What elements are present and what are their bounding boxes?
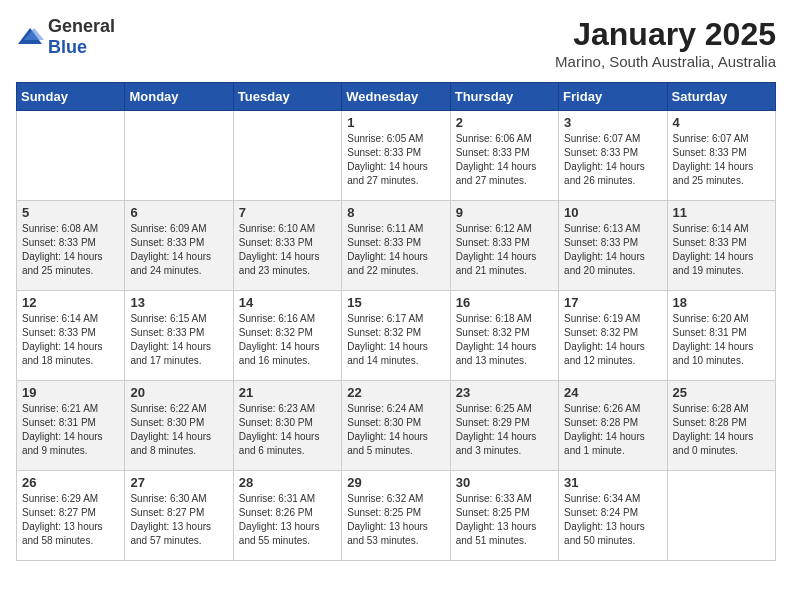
day-number: 9 [456, 205, 553, 220]
day-number: 7 [239, 205, 336, 220]
day-number: 27 [130, 475, 227, 490]
calendar-cell: 24Sunrise: 6:26 AMSunset: 8:28 PMDayligh… [559, 381, 667, 471]
day-info: Sunrise: 6:21 AMSunset: 8:31 PMDaylight:… [22, 402, 119, 458]
day-number: 28 [239, 475, 336, 490]
calendar-week-row: 1Sunrise: 6:05 AMSunset: 8:33 PMDaylight… [17, 111, 776, 201]
calendar-cell: 8Sunrise: 6:11 AMSunset: 8:33 PMDaylight… [342, 201, 450, 291]
day-number: 2 [456, 115, 553, 130]
day-info: Sunrise: 6:13 AMSunset: 8:33 PMDaylight:… [564, 222, 661, 278]
location-title: Marino, South Australia, Australia [555, 53, 776, 70]
day-info: Sunrise: 6:31 AMSunset: 8:26 PMDaylight:… [239, 492, 336, 548]
day-info: Sunrise: 6:11 AMSunset: 8:33 PMDaylight:… [347, 222, 444, 278]
day-info: Sunrise: 6:26 AMSunset: 8:28 PMDaylight:… [564, 402, 661, 458]
day-info: Sunrise: 6:17 AMSunset: 8:32 PMDaylight:… [347, 312, 444, 368]
calendar-cell: 22Sunrise: 6:24 AMSunset: 8:30 PMDayligh… [342, 381, 450, 471]
day-info: Sunrise: 6:34 AMSunset: 8:24 PMDaylight:… [564, 492, 661, 548]
day-info: Sunrise: 6:23 AMSunset: 8:30 PMDaylight:… [239, 402, 336, 458]
day-info: Sunrise: 6:25 AMSunset: 8:29 PMDaylight:… [456, 402, 553, 458]
day-info: Sunrise: 6:20 AMSunset: 8:31 PMDaylight:… [673, 312, 770, 368]
calendar-cell: 2Sunrise: 6:06 AMSunset: 8:33 PMDaylight… [450, 111, 558, 201]
calendar-cell: 15Sunrise: 6:17 AMSunset: 8:32 PMDayligh… [342, 291, 450, 381]
calendar-cell: 17Sunrise: 6:19 AMSunset: 8:32 PMDayligh… [559, 291, 667, 381]
day-info: Sunrise: 6:12 AMSunset: 8:33 PMDaylight:… [456, 222, 553, 278]
calendar-cell: 20Sunrise: 6:22 AMSunset: 8:30 PMDayligh… [125, 381, 233, 471]
day-info: Sunrise: 6:24 AMSunset: 8:30 PMDaylight:… [347, 402, 444, 458]
day-number: 18 [673, 295, 770, 310]
day-info: Sunrise: 6:32 AMSunset: 8:25 PMDaylight:… [347, 492, 444, 548]
header-sunday: Sunday [17, 83, 125, 111]
calendar-cell: 28Sunrise: 6:31 AMSunset: 8:26 PMDayligh… [233, 471, 341, 561]
calendar-table: SundayMondayTuesdayWednesdayThursdayFrid… [16, 82, 776, 561]
calendar-cell: 10Sunrise: 6:13 AMSunset: 8:33 PMDayligh… [559, 201, 667, 291]
day-number: 25 [673, 385, 770, 400]
calendar-cell: 3Sunrise: 6:07 AMSunset: 8:33 PMDaylight… [559, 111, 667, 201]
logo-blue: Blue [48, 37, 87, 57]
day-info: Sunrise: 6:09 AMSunset: 8:33 PMDaylight:… [130, 222, 227, 278]
calendar-cell: 5Sunrise: 6:08 AMSunset: 8:33 PMDaylight… [17, 201, 125, 291]
day-info: Sunrise: 6:19 AMSunset: 8:32 PMDaylight:… [564, 312, 661, 368]
day-number: 16 [456, 295, 553, 310]
calendar-cell: 25Sunrise: 6:28 AMSunset: 8:28 PMDayligh… [667, 381, 775, 471]
day-info: Sunrise: 6:29 AMSunset: 8:27 PMDaylight:… [22, 492, 119, 548]
day-number: 20 [130, 385, 227, 400]
day-number: 23 [456, 385, 553, 400]
day-info: Sunrise: 6:10 AMSunset: 8:33 PMDaylight:… [239, 222, 336, 278]
calendar-week-row: 26Sunrise: 6:29 AMSunset: 8:27 PMDayligh… [17, 471, 776, 561]
month-title: January 2025 [555, 16, 776, 53]
header-saturday: Saturday [667, 83, 775, 111]
calendar-cell: 16Sunrise: 6:18 AMSunset: 8:32 PMDayligh… [450, 291, 558, 381]
day-number: 3 [564, 115, 661, 130]
day-info: Sunrise: 6:07 AMSunset: 8:33 PMDaylight:… [564, 132, 661, 188]
day-number: 6 [130, 205, 227, 220]
day-number: 10 [564, 205, 661, 220]
day-number: 31 [564, 475, 661, 490]
day-number: 4 [673, 115, 770, 130]
page-header: General Blue January 2025 Marino, South … [16, 16, 776, 70]
day-number: 14 [239, 295, 336, 310]
logo-icon [16, 26, 44, 48]
calendar-cell: 23Sunrise: 6:25 AMSunset: 8:29 PMDayligh… [450, 381, 558, 471]
calendar-cell: 11Sunrise: 6:14 AMSunset: 8:33 PMDayligh… [667, 201, 775, 291]
day-number: 11 [673, 205, 770, 220]
day-number: 8 [347, 205, 444, 220]
day-info: Sunrise: 6:22 AMSunset: 8:30 PMDaylight:… [130, 402, 227, 458]
calendar-cell: 14Sunrise: 6:16 AMSunset: 8:32 PMDayligh… [233, 291, 341, 381]
calendar-cell: 13Sunrise: 6:15 AMSunset: 8:33 PMDayligh… [125, 291, 233, 381]
day-number: 26 [22, 475, 119, 490]
calendar-cell: 1Sunrise: 6:05 AMSunset: 8:33 PMDaylight… [342, 111, 450, 201]
day-number: 19 [22, 385, 119, 400]
calendar-cell: 6Sunrise: 6:09 AMSunset: 8:33 PMDaylight… [125, 201, 233, 291]
header-thursday: Thursday [450, 83, 558, 111]
calendar-cell: 19Sunrise: 6:21 AMSunset: 8:31 PMDayligh… [17, 381, 125, 471]
day-info: Sunrise: 6:15 AMSunset: 8:33 PMDaylight:… [130, 312, 227, 368]
calendar-cell: 18Sunrise: 6:20 AMSunset: 8:31 PMDayligh… [667, 291, 775, 381]
day-number: 21 [239, 385, 336, 400]
day-number: 15 [347, 295, 444, 310]
header-wednesday: Wednesday [342, 83, 450, 111]
day-number: 22 [347, 385, 444, 400]
day-info: Sunrise: 6:14 AMSunset: 8:33 PMDaylight:… [22, 312, 119, 368]
calendar-cell: 21Sunrise: 6:23 AMSunset: 8:30 PMDayligh… [233, 381, 341, 471]
calendar-week-row: 5Sunrise: 6:08 AMSunset: 8:33 PMDaylight… [17, 201, 776, 291]
day-number: 12 [22, 295, 119, 310]
day-info: Sunrise: 6:07 AMSunset: 8:33 PMDaylight:… [673, 132, 770, 188]
calendar-week-row: 19Sunrise: 6:21 AMSunset: 8:31 PMDayligh… [17, 381, 776, 471]
calendar-cell: 27Sunrise: 6:30 AMSunset: 8:27 PMDayligh… [125, 471, 233, 561]
day-number: 17 [564, 295, 661, 310]
day-number: 24 [564, 385, 661, 400]
day-info: Sunrise: 6:33 AMSunset: 8:25 PMDaylight:… [456, 492, 553, 548]
calendar-cell: 31Sunrise: 6:34 AMSunset: 8:24 PMDayligh… [559, 471, 667, 561]
day-info: Sunrise: 6:14 AMSunset: 8:33 PMDaylight:… [673, 222, 770, 278]
day-number: 29 [347, 475, 444, 490]
day-info: Sunrise: 6:18 AMSunset: 8:32 PMDaylight:… [456, 312, 553, 368]
day-info: Sunrise: 6:08 AMSunset: 8:33 PMDaylight:… [22, 222, 119, 278]
calendar-cell: 7Sunrise: 6:10 AMSunset: 8:33 PMDaylight… [233, 201, 341, 291]
day-number: 1 [347, 115, 444, 130]
day-info: Sunrise: 6:30 AMSunset: 8:27 PMDaylight:… [130, 492, 227, 548]
calendar-cell: 12Sunrise: 6:14 AMSunset: 8:33 PMDayligh… [17, 291, 125, 381]
calendar-week-row: 12Sunrise: 6:14 AMSunset: 8:33 PMDayligh… [17, 291, 776, 381]
header-tuesday: Tuesday [233, 83, 341, 111]
calendar-cell: 4Sunrise: 6:07 AMSunset: 8:33 PMDaylight… [667, 111, 775, 201]
day-info: Sunrise: 6:05 AMSunset: 8:33 PMDaylight:… [347, 132, 444, 188]
day-info: Sunrise: 6:28 AMSunset: 8:28 PMDaylight:… [673, 402, 770, 458]
